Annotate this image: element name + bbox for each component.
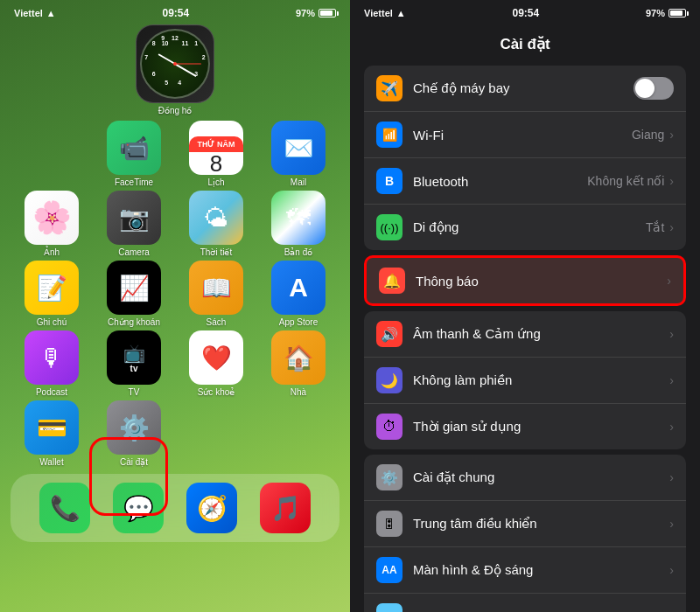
cellular-icon: ((·)) (376, 214, 402, 240)
weather-label: Thời tiết (200, 247, 232, 257)
app-empty-5d (261, 400, 336, 467)
clock-app[interactable]: 12 1 2 3 4 5 6 7 8 9 11 10 (136, 24, 214, 115)
left-phone: Viettel ▲ 09:54 97% 12 1 2 3 4 5 6 7 (0, 0, 350, 612)
app-settings[interactable]: ⚙️ Cài đặt (96, 400, 172, 467)
settings-icon: ⚙️ (107, 400, 161, 455)
appstore-label: App Store (279, 317, 318, 327)
settings-row-airplane[interactable]: ✈️ Chế độ máy bay (364, 66, 686, 112)
cellular-chevron: › (669, 220, 674, 234)
podcast-label: Podcast (36, 387, 67, 397)
app-books[interactable]: 📖 Sách (178, 261, 254, 327)
bluetooth-icon: B (376, 168, 402, 194)
settings-row-wifi[interactable]: 📶 Wi-Fi Giang › (364, 112, 686, 158)
wifi-chevron: › (669, 128, 674, 142)
app-grid-row1: 📹 FaceTime THỨ NĂM 8 Lịch ✉️ Mail (0, 119, 350, 189)
settings-row-dnd[interactable]: 🌙 Không làm phiền › (364, 358, 686, 404)
settings-section-4: ⚙️ Cài đặt chung › 🎛 Trung tâm điều khiể… (364, 455, 686, 612)
wifi-label: Wi-Fi (413, 128, 632, 143)
app-appstore[interactable]: A App Store (261, 261, 336, 327)
settings-title: Cài đặt (350, 24, 700, 60)
podcast-icon: 🎙 (24, 330, 79, 385)
general-icon: ⚙️ (376, 464, 402, 490)
app-stocks[interactable]: 📈 Chứng khoán (96, 261, 172, 327)
settings-row-display[interactable]: AA Màn hình & Độ sáng › (364, 547, 686, 594)
bluetooth-value: Không kết nối (587, 174, 664, 188)
dock-phone[interactable]: 📞 (39, 483, 90, 533)
notes-icon: 📝 (24, 261, 79, 315)
dnd-icon: 🌙 (376, 367, 402, 393)
dock-messages-icon: 💬 (113, 483, 164, 533)
facetime-label: FaceTime (115, 177, 153, 187)
homescreen-label: Màn hình chính (413, 609, 669, 613)
mail-label: Mail (290, 177, 306, 187)
wallet-icon: 💳 (24, 400, 79, 455)
bluetooth-chevron: › (669, 174, 674, 188)
weather-icon: 🌤 (189, 191, 243, 245)
settings-row-homescreen[interactable]: ⊞ Màn hình chính › (364, 594, 686, 612)
settings-row-bluetooth[interactable]: B Bluetooth Không kết nối › (364, 158, 686, 205)
app-home[interactable]: 🏠 Nhà (261, 330, 336, 397)
clock-label: Đồng hồ (158, 106, 192, 115)
sec-hand (175, 64, 201, 65)
mail-icon: ✉️ (271, 121, 326, 175)
home-icon: 🏠 (271, 330, 326, 385)
controlcenter-chevron: › (669, 517, 674, 531)
app-health[interactable]: ❤️ Sức khoẻ (178, 330, 254, 397)
left-time: 09:54 (162, 7, 189, 19)
airplane-toggle-knob (635, 79, 654, 98)
notes-label: Ghi chú (37, 317, 66, 327)
cellular-value: Tắt (646, 220, 664, 234)
camera-icon: 📷 (107, 191, 161, 245)
dock-messages[interactable]: 💬 (113, 483, 164, 533)
app-podcast[interactable]: 🎙 Podcast (14, 330, 89, 397)
app-grid-row3: 📝 Ghi chú 📈 Chứng khoán 📖 Sách A App Sto… (0, 259, 350, 329)
airplane-label: Chế độ máy bay (413, 80, 634, 96)
wifi-icon: 📶 (376, 122, 402, 148)
photos-icon: 🌸 (24, 191, 79, 245)
app-weather[interactable]: 🌤 Thời tiết (178, 191, 254, 257)
tv-icon: 📺 tv (107, 330, 161, 385)
left-status-bar: Viettel ▲ 09:54 97% (0, 0, 350, 24)
app-empty-5c (178, 400, 254, 467)
dock-music-icon: 🎵 (260, 483, 311, 533)
app-photos[interactable]: 🌸 Ảnh (14, 191, 89, 257)
display-label: Màn hình & Độ sáng (413, 562, 669, 578)
app-wallet[interactable]: 💳 Wallet (14, 400, 89, 467)
cellular-label: Di động (413, 219, 646, 235)
settings-row-sounds[interactable]: 🔊 Âm thanh & Cảm ứng › (364, 311, 686, 358)
app-calendar[interactable]: THỨ NĂM 8 Lịch (178, 121, 254, 187)
right-battery-icon (668, 9, 686, 17)
display-icon: AA (376, 557, 402, 583)
airplane-icon: ✈️ (376, 75, 402, 101)
app-mail[interactable]: ✉️ Mail (261, 121, 336, 187)
app-grid-row4: 🎙 Podcast 📺 tv TV ❤️ Sức khoẻ 🏠 Nhà (0, 329, 350, 399)
settings-row-notifications[interactable]: 🔔 Thông báo › (367, 258, 683, 303)
dock-safari[interactable]: 🧭 (186, 483, 237, 533)
app-empty-1 (14, 121, 89, 187)
app-facetime[interactable]: 📹 FaceTime (96, 121, 172, 187)
settings-section-1: ✈️ Chế độ máy bay 📶 Wi-Fi Giang › B Blue… (364, 66, 686, 250)
maps-label: Bản đồ (284, 247, 313, 257)
appstore-icon: A (271, 261, 326, 315)
dock-music[interactable]: 🎵 (260, 483, 311, 533)
notifications-icon: 🔔 (379, 268, 405, 294)
app-tv[interactable]: 📺 tv TV (96, 330, 172, 397)
app-maps[interactable]: 🗺 Bản đồ (261, 191, 336, 257)
facetime-icon: 📹 (107, 121, 161, 175)
app-camera[interactable]: 📷 Camera (96, 191, 172, 257)
settings-row-screentime[interactable]: ⏱ Thời gian sử dụng › (364, 404, 686, 449)
sounds-chevron: › (669, 327, 674, 341)
airplane-toggle[interactable] (634, 77, 674, 100)
camera-label: Camera (118, 247, 150, 257)
settings-row-controlcenter[interactable]: 🎛 Trung tâm điều khiển › (364, 501, 686, 547)
svg-text:A: A (289, 273, 308, 302)
clock-icon: 12 1 2 3 4 5 6 7 8 9 11 10 (136, 24, 214, 103)
general-chevron: › (669, 470, 674, 484)
settings-row-cellular[interactable]: ((·)) Di động Tắt › (364, 205, 686, 250)
settings-row-general[interactable]: ⚙️ Cài đặt chung › (364, 455, 686, 501)
health-icon: ❤️ (189, 330, 243, 385)
maps-icon: 🗺 (271, 191, 326, 245)
dock: 📞 💬 🧭 🎵 (10, 474, 340, 542)
app-notes[interactable]: 📝 Ghi chú (14, 261, 89, 327)
homescreen-icon: ⊞ (376, 603, 402, 612)
